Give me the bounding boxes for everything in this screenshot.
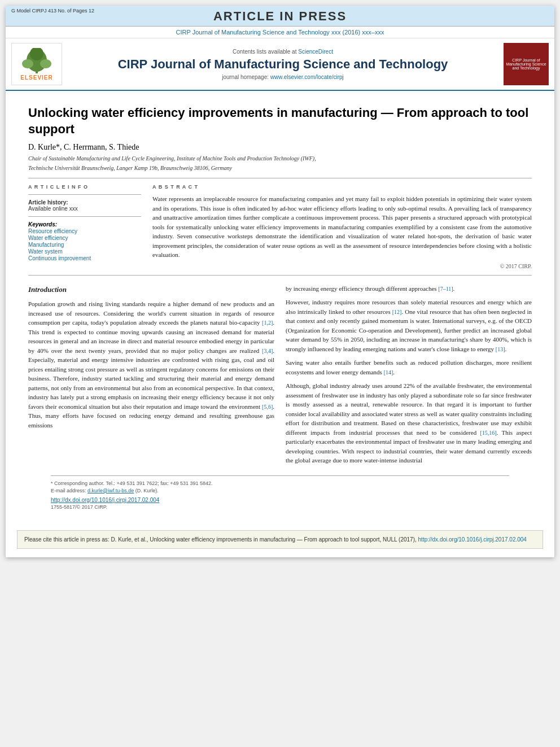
info-divider2 (28, 216, 141, 217)
article-info-box: A R T I C L E I N F O Article history: A… (28, 184, 141, 269)
body-content: Introduction Population growth and risin… (28, 284, 532, 470)
homepage-link[interactable]: www.elsevier.com/locate/cirpj (270, 74, 344, 80)
ref-12[interactable]: [12] (392, 309, 402, 315)
citation-bar: Please cite this article in press as: D.… (17, 530, 543, 549)
ref-13[interactable]: [13] (496, 346, 505, 352)
divider-after-abstract (28, 275, 532, 276)
journal-title-center: Contents lists available at ScienceDirec… (71, 49, 495, 80)
elsevier-text: ELSEVIER (20, 75, 53, 81)
svg-point-3 (40, 59, 51, 68)
article-content: Unlocking water efficiency improvements … (6, 91, 554, 525)
abstract-section: A B S T R A C T Water represents an irre… (152, 184, 532, 269)
citation-doi-link[interactable]: http://dx.doi.org/10.1016/j.cirpj.2017.0… (418, 536, 527, 543)
abstract-heading: A B S T R A C T (152, 184, 532, 190)
svg-point-2 (22, 59, 33, 68)
keywords-label: Keywords: (28, 221, 141, 228)
keyword-water-system: Water system (28, 248, 141, 255)
intro-para3: However, industry requires more resource… (286, 298, 532, 353)
g-model-info: G Model CIRPJ 413 No. of Pages 12 (11, 8, 94, 14)
introduction-heading: Introduction (28, 284, 274, 295)
doi-link-footer[interactable]: http://dx.doi.org/10.1016/j.cirpj.2017.0… (51, 497, 159, 503)
info-divider1 (28, 194, 141, 195)
ref-3-4[interactable]: [3,4] (262, 348, 273, 354)
article-title: Unlocking water efficiency improvements … (28, 105, 532, 137)
divider-after-affiliation (28, 178, 532, 178)
article-history-label: Article history: (28, 199, 141, 206)
ref-5-6[interactable]: [5,6] (262, 404, 273, 410)
intro-para1: Population growth and rising living stan… (28, 299, 274, 430)
keyword-continuous-improvement: Continuous improvement (28, 255, 141, 261)
email-link[interactable]: d.kurle@iwf.tu-bs.de (88, 488, 134, 493)
elsevier-logo: ELSEVIER (11, 43, 62, 85)
journal-header: ELSEVIER Contents lists available at Sci… (6, 38, 554, 91)
intro-para4: Saving water also entails further benefi… (286, 358, 532, 377)
abstract-copyright: © 2017 CIRP. (152, 263, 532, 269)
ref-15-16[interactable]: [15,16] (480, 430, 497, 436)
footnote-email: E-mail address: d.kurle@iwf.tu-bs.de (D.… (51, 488, 509, 493)
article-history-value: Available online xxx (28, 206, 141, 212)
ref-7-11[interactable]: [7–11] (438, 286, 453, 292)
issn-text: 1755-5817/© 2017 CIRP. (51, 504, 509, 510)
page: G Model CIRPJ 413 No. of Pages 12 ARTICL… (6, 6, 554, 557)
intro-para5: Although, global industry already uses a… (286, 381, 532, 465)
page-footer: * Corresponding author. Tel.: +49 531 39… (51, 475, 509, 516)
info-abstract-section: A R T I C L E I N F O Article history: A… (28, 184, 532, 269)
keyword-manufacturing: Manufacturing (28, 242, 141, 248)
body-col-right: by increasing energy efficiency through … (286, 284, 532, 470)
intro-para2: by increasing energy efficiency through … (286, 284, 532, 294)
ref-1-2[interactable]: [1,2] (262, 320, 273, 326)
journal-link[interactable]: CIRP Journal of Manufacturing Science an… (176, 29, 384, 36)
keyword-water-efficiency: Water efficiency (28, 235, 141, 241)
authors: D. Kurle*, C. Herrmann, S. Thiede (28, 143, 532, 152)
affiliation-line1: Chair of Sustainable Manufacturing and L… (28, 155, 532, 163)
journal-link-bar: CIRP Journal of Manufacturing Science an… (6, 27, 554, 38)
journal-homepage: journal homepage: www.elsevier.com/locat… (71, 74, 495, 80)
article-in-press-bar: G Model CIRPJ 413 No. of Pages 12 ARTICL… (6, 6, 554, 27)
ref-14[interactable]: [14] (384, 369, 393, 375)
abstract-text: Water represents an irreplaceable resour… (152, 194, 532, 260)
science-direct-link[interactable]: ScienceDirect (298, 49, 333, 55)
journal-thumbnail: CIRP Journal of Manufacturing Science an… (504, 43, 549, 85)
footnote-contact: * Corresponding author. Tel.: +49 531 39… (51, 480, 509, 486)
keyword-resource-efficiency: Resource efficiency (28, 228, 141, 234)
contents-available: Contents lists available at ScienceDirec… (71, 49, 495, 55)
elsevier-tree-icon (20, 48, 54, 73)
article-in-press-title: ARTICLE IN PRESS (213, 9, 347, 23)
citation-text: Please cite this article in press as: D.… (24, 536, 417, 543)
article-info-heading: A R T I C L E I N F O (28, 184, 141, 190)
journal-main-title: CIRP Journal of Manufacturing Science an… (71, 57, 495, 72)
body-col-left: Introduction Population growth and risin… (28, 284, 274, 470)
affiliation-line2: Technische Universität Braunschweig, Lan… (28, 164, 532, 172)
